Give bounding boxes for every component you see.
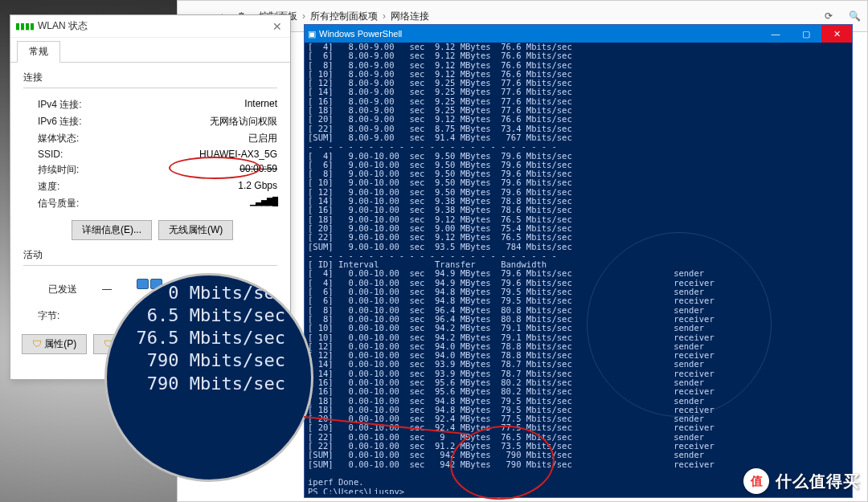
powershell-window: ▣ Windows PowerShell — ▢ ✕ [ 4] 8.00-9.0… [304,24,853,498]
signal-label: 信号质量: [38,197,79,210]
ipv4-value: Internet [244,98,277,112]
group-activity: 活动 [23,248,277,262]
bytes-label: 字节: [38,309,59,323]
ipv4-label: IPv4 连接: [38,98,82,112]
watermark: 值 什么值得买 [743,468,860,494]
properties-button[interactable]: 🛡 属性(P) [22,334,87,354]
wireless-props-button[interactable]: 无线属性(W) [158,220,233,240]
ipv6-label: IPv6 连接: [38,115,82,129]
watermark-text: 什么值得买 [776,471,860,492]
wifi-icon: ▮▮▮▮ [15,21,35,31]
breadcrumb[interactable]: ⚙ › 控制面板 › 所有控制面板项 › 网络连接 [234,10,816,23]
ssid-label: SSID: [38,149,63,160]
wlan-close-icon[interactable]: ✕ [269,20,285,33]
ipv6-value: 无网络访问权限 [210,115,277,129]
speed-value: 1.2 Gbps [238,180,277,194]
duration-value: 00:00:59 [240,163,277,177]
dash-icon: — [102,284,112,295]
ps-max-button[interactable]: ▢ [791,25,821,43]
sent-label: 已发送 [48,283,77,296]
speed-label: 速度: [38,180,59,194]
tab-general[interactable]: 常规 [17,41,60,63]
watermark-icon: 值 [743,468,769,494]
wlan-title: WLAN 状态 [38,19,269,33]
zoom-circle: 0 Mbits/sec 6.5 Mbits/sec 76.5 Mbits/sec… [104,273,313,482]
ps-icon: ▣ [305,29,319,39]
ps-close-button[interactable]: ✕ [821,25,852,43]
details-button[interactable]: 详细信息(E)... [72,220,152,240]
group-connection: 连接 [23,71,277,84]
ps-titlebar[interactable]: ▣ Windows PowerShell — ▢ ✕ [305,25,852,43]
media-value: 已启用 [248,132,277,145]
duration-label: 持续时间: [38,163,79,177]
ps-min-button[interactable]: — [760,25,791,43]
ps-output[interactable]: [ 4] 8.00-9.00 sec 9.12 MBytes 76.6 Mbit… [308,43,849,494]
media-label: 媒体状态: [38,132,79,145]
ps-title: Windows PowerShell [319,29,760,39]
signal-bars-icon: ▁▃▅▇█ [250,197,277,210]
ssid-value: HUAWEI-AX3_5G [199,149,277,160]
